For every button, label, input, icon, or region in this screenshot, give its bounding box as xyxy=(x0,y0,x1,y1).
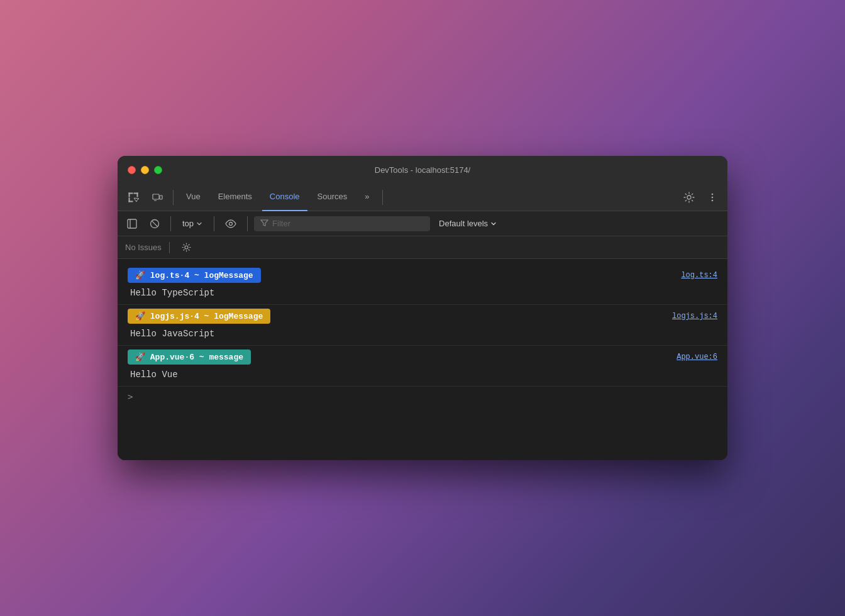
clear-console-button[interactable] xyxy=(145,216,164,232)
entry-link-2[interactable]: logjs.js:4 xyxy=(672,312,717,321)
sidebar-icon xyxy=(127,219,137,229)
console-divider-3 xyxy=(247,216,248,231)
console-divider-1 xyxy=(170,216,171,231)
svg-line-16 xyxy=(152,221,157,226)
issues-divider xyxy=(169,242,170,253)
svg-point-9 xyxy=(687,195,691,199)
close-button[interactable] xyxy=(128,166,136,174)
console-entry-2: 🚀 logjs.js·4 ~ logMessage logjs.js:4 Hel… xyxy=(118,305,727,346)
window-title: DevTools - localhost:5174/ xyxy=(375,165,470,175)
traffic-lights xyxy=(128,166,162,174)
toolbar-divider-1 xyxy=(173,190,174,205)
default-levels-button[interactable]: Default levels xyxy=(434,216,502,231)
svg-rect-1 xyxy=(129,193,130,197)
cursor-icon xyxy=(128,192,139,203)
entry-message-3: Hello Vue xyxy=(128,370,717,380)
console-entry-3: 🚀 App.vue·6 ~ message App.vue:6 Hello Vu… xyxy=(118,346,727,387)
entry-header-2: 🚀 logjs.js·4 ~ logMessage logjs.js:4 xyxy=(128,309,717,324)
settings-button[interactable] xyxy=(678,188,700,207)
filter-bar xyxy=(254,216,430,231)
svg-point-10 xyxy=(712,193,714,195)
prompt-arrow: > xyxy=(128,392,133,402)
minimize-button[interactable] xyxy=(141,166,149,174)
console-toolbar: top Default levels xyxy=(118,211,727,236)
settings-icon xyxy=(683,192,695,203)
entry-badge-3: 🚀 App.vue·6 ~ message xyxy=(128,349,251,365)
main-toolbar: Vue Elements Console Sources » xyxy=(118,184,727,211)
maximize-button[interactable] xyxy=(154,166,162,174)
entry-link-3[interactable]: App.vue:6 xyxy=(677,353,717,361)
ban-icon xyxy=(150,219,160,229)
tab-sources[interactable]: Sources xyxy=(310,184,355,211)
console-prompt: > xyxy=(118,387,727,407)
svg-point-17 xyxy=(229,222,233,225)
entry-message-2: Hello JavaScript xyxy=(128,329,717,339)
tab-elements[interactable]: Elements xyxy=(211,184,260,211)
issues-gear-icon xyxy=(182,243,191,252)
console-content: 🚀 log.ts·4 ~ logMessage log.ts:4 Hello T… xyxy=(118,259,727,460)
entry-badge-2: 🚀 logjs.js·4 ~ logMessage xyxy=(128,309,270,324)
svg-rect-13 xyxy=(128,219,136,228)
entry-header-1: 🚀 log.ts·4 ~ logMessage log.ts:4 xyxy=(128,268,717,283)
issues-settings-button[interactable] xyxy=(177,239,196,255)
issues-bar: No Issues xyxy=(118,236,727,259)
kebab-menu-button[interactable] xyxy=(702,189,722,206)
svg-rect-3 xyxy=(137,193,138,197)
tab-console[interactable]: Console xyxy=(262,184,307,211)
console-divider-2 xyxy=(214,216,214,231)
device-toolbar-button[interactable] xyxy=(146,188,168,207)
svg-point-18 xyxy=(185,246,188,249)
tab-vue[interactable]: Vue xyxy=(179,184,208,211)
entry-header-3: 🚀 App.vue·6 ~ message App.vue:6 xyxy=(128,349,717,365)
svg-point-11 xyxy=(712,196,714,198)
devtools-window: DevTools - localhost:5174/ Vue xyxy=(118,156,727,460)
svg-point-12 xyxy=(712,199,714,201)
toolbar-divider-2 xyxy=(382,190,383,205)
entry-message-1: Hello TypeScript xyxy=(128,288,717,298)
kebab-icon xyxy=(707,192,717,202)
device-icon xyxy=(152,192,163,203)
no-issues-label: No Issues xyxy=(125,243,162,252)
sidebar-toggle-button[interactable] xyxy=(123,216,141,232)
svg-rect-6 xyxy=(153,194,159,199)
title-bar: DevTools - localhost:5174/ xyxy=(118,156,727,184)
tab-more[interactable]: » xyxy=(357,184,377,211)
eye-icon xyxy=(225,219,236,228)
svg-rect-7 xyxy=(160,195,162,199)
eye-button[interactable] xyxy=(221,216,241,231)
console-entry-1: 🚀 log.ts·4 ~ logMessage log.ts:4 Hello T… xyxy=(118,264,727,305)
inspect-element-button[interactable] xyxy=(123,188,144,207)
filter-input[interactable] xyxy=(272,219,424,228)
chevron-down-icon xyxy=(196,221,202,227)
context-dropdown[interactable]: top xyxy=(177,216,207,231)
chevron-down-icon-2 xyxy=(490,221,497,227)
entry-link-1[interactable]: log.ts:4 xyxy=(681,271,717,280)
filter-icon xyxy=(260,219,268,229)
funnel-icon xyxy=(260,219,268,227)
svg-rect-5 xyxy=(129,201,133,202)
entry-badge-1: 🚀 log.ts·4 ~ logMessage xyxy=(128,268,261,283)
toolbar-right xyxy=(678,188,722,207)
